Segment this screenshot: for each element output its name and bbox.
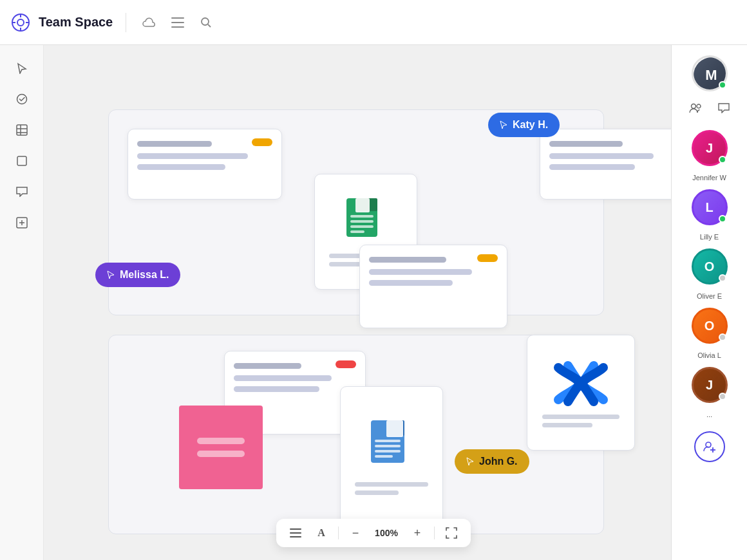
left-toolbar [0,45,44,560]
svg-rect-12 [17,125,27,135]
bottom-toolbar: A − 100% + [276,519,471,547]
cursor-arrow-john [466,457,474,466]
cursor-katy-h: Katy H. [488,113,560,137]
svg-rect-34 [386,420,403,437]
name-sixth-user: ... [706,411,712,418]
sheets-icon [340,197,392,248]
svg-rect-6 [171,17,184,19]
svg-rect-27 [355,198,370,212]
avatar-john-g[interactable]: J [692,367,728,403]
toolbar-divider-2 [434,527,435,539]
avatar-lilly-e[interactable]: L [692,189,728,225]
cloud-icon[interactable] [139,12,160,33]
name-lilly-e: Lilly E [700,233,719,241]
svg-rect-8 [171,26,184,28]
svg-rect-38 [375,455,393,458]
svg-point-1 [17,19,24,26]
tool-table[interactable] [9,117,35,143]
list-view-icon[interactable] [287,524,305,542]
tool-check[interactable] [9,86,35,112]
svg-rect-31 [350,230,364,233]
cursor-arrow-katy [500,120,507,129]
cursor-label-john: John G. [479,456,518,467]
name-jennifer-w: Jennifer W [692,174,726,182]
add-user-button[interactable] [694,431,725,462]
svg-point-21 [697,104,701,108]
zoom-out-button[interactable]: − [346,524,364,542]
docs-icon [366,419,417,477]
cursor-melissa-l: Melissa L. [95,263,180,287]
avatar-oliver-e[interactable]: O [692,248,728,285]
svg-rect-29 [350,220,374,223]
card-2[interactable] [540,129,671,200]
sidebar-icons-row [684,97,735,120]
text-format-icon[interactable]: A [312,524,330,542]
avatar-jennifer-w[interactable]: J [692,130,728,166]
sticky-note[interactable] [179,406,263,489]
svg-line-10 [208,24,211,27]
svg-rect-37 [375,450,401,453]
svg-point-20 [691,104,695,109]
svg-point-11 [17,95,26,104]
tool-select[interactable] [9,55,35,81]
zoom-level: 100% [372,528,401,538]
current-user-avatar[interactable]: M [692,55,728,91]
app-title: Team Space [39,15,113,30]
chat-icon[interactable] [712,97,735,120]
svg-rect-40 [290,532,301,534]
confluence-card[interactable] [527,335,635,451]
svg-rect-7 [171,22,184,23]
team-members-icon[interactable] [684,97,707,120]
svg-rect-28 [350,215,374,218]
svg-rect-35 [375,440,401,442]
tool-comment[interactable] [9,179,35,205]
cursor-label-katy: Katy H. [513,119,548,131]
header-divider [126,13,126,32]
docs-card[interactable] [340,386,443,528]
canvas-area[interactable]: Katy H. Melissa L. John G. [44,45,671,560]
header: Team Space [0,0,747,45]
card-1[interactable] [128,129,282,200]
name-olivia-l: Olivia L [697,351,721,359]
svg-point-9 [202,18,209,25]
svg-rect-36 [375,445,401,447]
online-status-dot [719,81,726,89]
logo-icon [10,12,31,33]
svg-rect-16 [17,156,26,165]
menu-icon[interactable] [167,12,188,33]
cursor-john-g: John G. [455,449,529,474]
cursor-label-melissa: Melissa L. [120,269,169,281]
search-icon[interactable] [196,12,216,33]
confluence-icon [552,358,610,409]
card-3[interactable] [359,245,507,328]
zoom-in-button[interactable]: + [408,524,426,542]
toolbar-divider-1 [338,527,339,539]
cursor-arrow-melissa [107,270,115,279]
svg-rect-39 [290,528,301,530]
tool-frame[interactable] [9,148,35,174]
avatar-olivia-l[interactable]: O [692,308,728,344]
fullscreen-icon[interactable] [442,524,460,542]
right-sidebar: M J Jennifer W L [671,45,747,560]
name-oliver-e: Oliver E [697,292,722,300]
tool-add-frame[interactable] [9,210,35,236]
svg-rect-30 [350,225,374,228]
svg-rect-41 [290,536,301,537]
